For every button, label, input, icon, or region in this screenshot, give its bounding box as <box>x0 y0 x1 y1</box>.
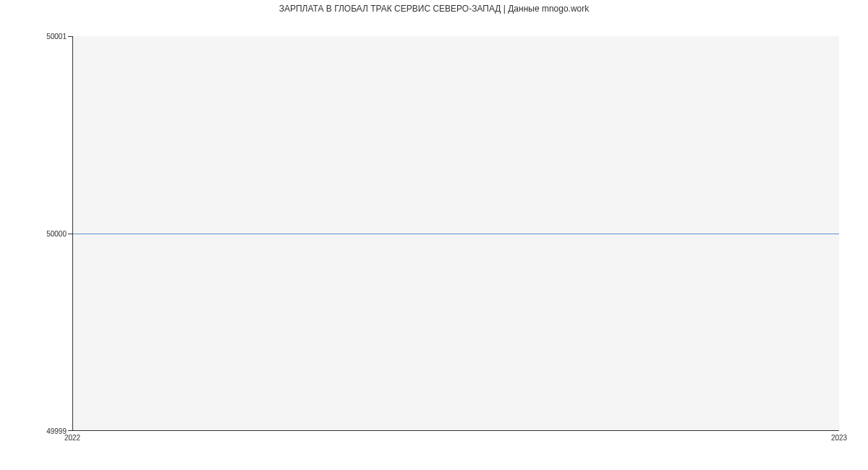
x-axis-label: 2022 <box>64 434 80 442</box>
x-axis-label: 2023 <box>831 434 847 442</box>
data-line <box>73 234 839 234</box>
y-tick <box>68 430 72 431</box>
y-tick <box>68 234 72 234</box>
y-tick <box>68 36 72 37</box>
y-axis-label: 50001 <box>46 33 67 40</box>
y-axis-label: 50000 <box>46 230 67 238</box>
chart-title: ЗАРПЛАТА В ГЛОБАЛ ТРАК СЕРВИС СЕВЕРО-ЗАП… <box>0 4 868 14</box>
y-axis-label: 49999 <box>46 427 67 435</box>
plot-area <box>72 36 839 431</box>
